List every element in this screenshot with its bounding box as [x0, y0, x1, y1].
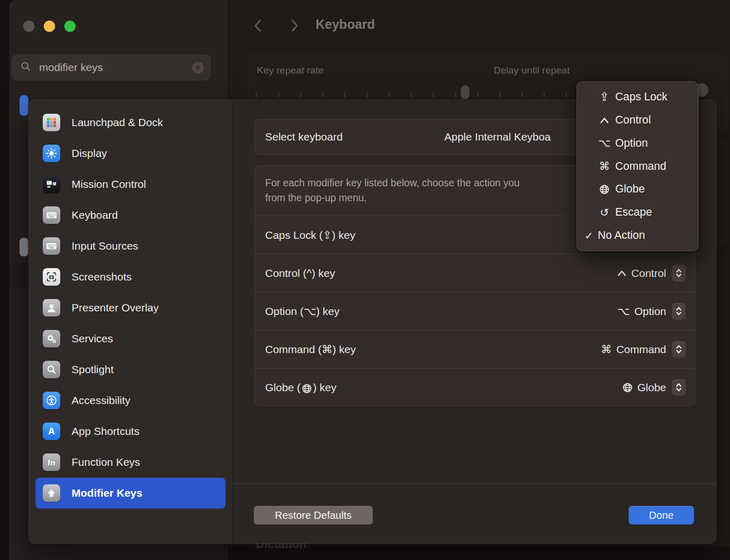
menu-item-option[interactable]: ⌥ Option	[577, 132, 698, 155]
keyboard-icon	[43, 206, 60, 224]
services-icon	[43, 330, 60, 347]
command-icon: ⌘	[601, 343, 612, 356]
control-icon	[617, 270, 627, 276]
globe-action-popup[interactable]: Globe	[622, 379, 686, 396]
menu-item-label: Control	[615, 114, 651, 127]
zoom-button[interactable]	[64, 21, 76, 32]
sidebar-item-label: Display	[72, 147, 107, 160]
menu-item-control[interactable]: Control	[577, 109, 698, 132]
minimize-button[interactable]	[44, 21, 55, 32]
stepper-icon[interactable]	[672, 341, 686, 358]
globe-icon	[596, 184, 613, 195]
globe-icon	[622, 382, 633, 393]
stepper-icon[interactable]	[672, 303, 686, 320]
sidebar-item-label: Services	[72, 332, 113, 345]
search-field[interactable]: modifier keys ✕	[12, 55, 211, 80]
menu-item-command[interactable]: ⌘ Command	[577, 155, 698, 178]
accessibility-icon	[43, 392, 60, 409]
sidebar-item-accessibility[interactable]: Accessibility	[36, 385, 225, 416]
control-icon	[596, 117, 613, 124]
sidebar-item-label: Mission Control	[72, 178, 146, 190]
option-action-value: Option	[634, 305, 666, 318]
function-keys-icon: fn	[43, 453, 60, 471]
caps-lock-row-label: Caps Lock (⇪) key	[265, 229, 355, 241]
display-icon	[43, 145, 60, 162]
command-row-label: Command (⌘) key	[265, 343, 356, 356]
modifier-action-menu: ⇪ Caps Lock Control ⌥ Option ⌘ Command G…	[577, 81, 699, 251]
sidebar-item-presenter-overlay[interactable]: Presenter Overlay	[36, 292, 225, 323]
sidebar-item-label: Function Keys	[72, 456, 140, 468]
caps-lock-icon: ⇪	[596, 90, 613, 104]
occluded-sidebar-row	[13, 264, 29, 287]
globe-icon	[302, 383, 312, 394]
done-button[interactable]: Done	[629, 506, 694, 524]
modifier-keys-icon	[43, 484, 60, 502]
stepper-icon[interactable]	[672, 265, 686, 282]
control-action-value: Control	[631, 267, 666, 279]
screenshots-icon	[43, 268, 60, 286]
sidebar-item-spotlight[interactable]: Spotlight	[36, 354, 225, 385]
sidebar-item-label: Input Sources	[72, 240, 138, 252]
sheet-sidebar-list: Launchpad & Dock Display Mission Control…	[36, 107, 225, 509]
stepper-icon[interactable]	[672, 379, 686, 396]
presenter-overlay-icon	[43, 299, 60, 317]
globe-row: Globe () key Globe	[255, 368, 695, 406]
search-icon	[21, 61, 31, 74]
sidebar-item-label: Launchpad & Dock	[72, 116, 163, 129]
control-row-label: Control (^) key	[265, 267, 335, 279]
menu-item-caps-lock[interactable]: ⇪ Caps Lock	[577, 85, 698, 109]
option-icon: ⌥	[596, 137, 613, 149]
sidebar-item-function-keys[interactable]: fn Function Keys	[36, 447, 225, 478]
menu-item-label: Globe	[615, 183, 645, 196]
sidebar-item-modifier-keys[interactable]: Modifier Keys	[36, 478, 225, 509]
sidebar-item-label: Accessibility	[72, 394, 130, 407]
globe-action-value: Globe	[637, 381, 666, 394]
command-row: Command (⌘) key ⌘ Command	[255, 330, 695, 368]
option-action-popup[interactable]: ⌥ Option	[617, 303, 686, 320]
check-icon: ✓	[582, 230, 596, 242]
menu-item-globe[interactable]: Globe	[577, 178, 698, 201]
sidebar-item-label: Presenter Overlay	[72, 302, 159, 314]
sidebar-item-services[interactable]: Services	[36, 323, 225, 354]
sidebar-item-label: Modifier Keys	[72, 487, 143, 499]
menu-item-label: Escape	[615, 206, 652, 219]
sidebar-item-label: Spotlight	[72, 363, 114, 376]
command-action-value: Command	[616, 343, 666, 356]
select-keyboard-label: Select keyboard	[265, 131, 343, 143]
mission-control-icon	[43, 176, 60, 193]
menu-item-label: No Action	[598, 229, 645, 242]
option-icon: ⌥	[617, 305, 630, 318]
sidebar-item-screenshots[interactable]: Screenshots	[36, 261, 225, 292]
escape-icon: ↺	[596, 206, 613, 219]
launchpad-dock-icon	[43, 114, 60, 131]
sidebar-item-label: Screenshots	[72, 271, 132, 283]
sidebar-item-input-sources[interactable]: Input Sources	[36, 231, 225, 261]
globe-row-label: Globe () key	[265, 381, 336, 394]
restore-defaults-button[interactable]: Restore Defaults	[254, 506, 373, 524]
option-row-label: Option (⌥) key	[265, 305, 339, 318]
sidebar-item-label: App Shortcuts	[72, 425, 140, 437]
command-action-popup[interactable]: ⌘ Command	[601, 341, 686, 358]
menu-item-label: Caps Lock	[615, 91, 668, 103]
command-icon: ⌘	[596, 160, 613, 172]
menu-item-no-action[interactable]: ✓ No Action	[577, 224, 698, 247]
menu-item-label: Option	[615, 137, 648, 150]
clear-search-icon[interactable]: ✕	[192, 62, 204, 74]
sidebar-item-mission-control[interactable]: Mission Control	[36, 169, 225, 200]
sidebar-item-label: Keyboard	[72, 209, 118, 221]
sidebar-item-app-shortcuts[interactable]: A App Shortcuts	[36, 416, 225, 447]
sidebar-item-keyboard[interactable]: Keyboard	[36, 200, 225, 231]
sidebar-item-launchpad-dock[interactable]: Launchpad & Dock	[36, 107, 225, 138]
occluded-sidebar-icon	[20, 238, 28, 256]
sheet-sidebar: Launchpad & Dock Display Mission Control…	[29, 100, 232, 544]
close-button[interactable]	[23, 21, 34, 32]
keyboard-popup-button[interactable]: Apple Internal Keyboa	[444, 131, 551, 143]
sidebar-item-display[interactable]: Display	[36, 138, 225, 169]
search-input[interactable]: modifier keys	[39, 61, 192, 74]
app-shortcuts-icon: A	[43, 423, 60, 440]
menu-item-escape[interactable]: ↺ Escape	[577, 201, 698, 224]
control-action-popup[interactable]: Control	[617, 265, 686, 282]
occluded-sidebar-icon	[20, 95, 28, 116]
keyboard-icon	[43, 237, 60, 255]
option-row: Option (⌥) key ⌥ Option	[255, 292, 695, 330]
